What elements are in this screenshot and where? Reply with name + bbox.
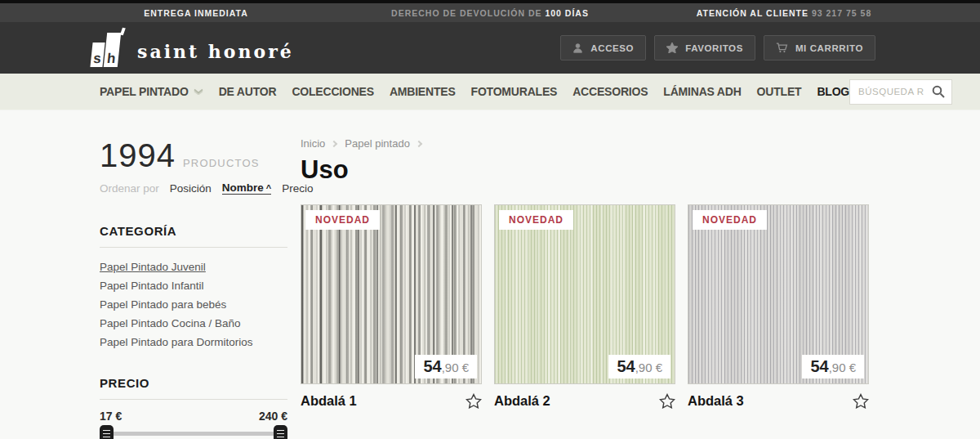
category-item: Papel Pintado Juvenil: [100, 258, 287, 276]
nav-outlet[interactable]: OUTLET: [757, 85, 802, 98]
site-header: s h saint honoré ACCESO FAVORITOS MI CAR…: [0, 22, 980, 74]
nav-blog[interactable]: BLOG: [817, 85, 849, 98]
price-filter-title: PRECIO: [100, 376, 287, 390]
category-divider: [100, 247, 287, 248]
category-link-infantil[interactable]: Papel Pintado Infantil: [100, 280, 204, 292]
favorite-star-icon[interactable]: [853, 393, 869, 409]
sort-option-nombre[interactable]: Nombre^: [222, 181, 271, 195]
favorites-button[interactable]: FAVORITOS: [654, 35, 755, 60]
header-actions: ACCESO FAVORITOS MI CARRRITO: [560, 35, 875, 60]
price-divider: [100, 399, 287, 400]
favorite-star-icon[interactable]: [466, 393, 482, 409]
category-title: CATEGORÍA: [100, 224, 287, 238]
logo-panel-h: h: [104, 33, 121, 67]
topbar-phone-number: 93 217 75 58: [812, 8, 871, 18]
content: 1994 PRODUCTOS Ordenar por Posición Nomb…: [0, 110, 980, 439]
nav-papel-pintado[interactable]: PAPEL PINTADO: [100, 85, 203, 98]
sort-label: Ordenar por: [100, 182, 159, 195]
nav-ambientes[interactable]: AMBIENTES: [390, 85, 456, 98]
price-slider-min-handle[interactable]: [100, 425, 114, 439]
nav-fotomurales[interactable]: FOTOMURALES: [471, 85, 558, 98]
price-tag: 54,90 €: [415, 355, 477, 379]
product-card: NOVEDAD 54,90 € Abdalá 2: [494, 204, 675, 409]
logo-initial-h: h: [106, 52, 116, 65]
breadcrumb-papel-pintado[interactable]: Papel pintado: [345, 137, 410, 150]
topbar-returns: DERECHO DE DEVOLUCIÓN DE 100 DÍAS: [343, 8, 637, 18]
price-slider-max-handle[interactable]: [274, 425, 287, 439]
category-list: Papel Pintado Juvenil Papel Pintado Infa…: [100, 258, 287, 352]
nav-de-autor[interactable]: DE AUTOR: [219, 85, 277, 98]
price-integer: 54: [617, 357, 635, 375]
category-link-bebes[interactable]: Papel Pintado para bebés: [100, 298, 226, 311]
price-slider[interactable]: [100, 425, 287, 439]
price-tag: 54,90 €: [608, 355, 670, 379]
cart-button-label: MI CARRRITO: [795, 43, 863, 53]
topbar-delivery: ENTREGA INMEDIATA: [49, 8, 343, 18]
search-input[interactable]: [858, 87, 932, 96]
novedad-badge: NOVEDAD: [499, 210, 573, 230]
price-slider-track[interactable]: [105, 432, 283, 436]
product-name-link[interactable]: Abdalá 3: [688, 393, 744, 409]
nav-colecciones[interactable]: COLECCIONES: [292, 85, 373, 98]
price-range-labels: 17 € 240 €: [100, 410, 287, 423]
product-image[interactable]: NOVEDAD 54,90 €: [301, 204, 482, 384]
nav-laminas-adh[interactable]: LÁMINAS ADH: [663, 85, 741, 98]
product-grid: NOVEDAD 54,90 € Abdalá 1 NOVEDAD: [301, 204, 980, 409]
sort-option-posicion[interactable]: Posición: [170, 182, 212, 195]
product-name-row: Abdalá 2: [494, 393, 675, 409]
price-integer: 54: [423, 357, 441, 375]
logo[interactable]: s h saint honoré: [91, 29, 294, 67]
product-card: NOVEDAD 54,90 € Abdalá 1: [301, 204, 482, 409]
sort-option-nombre-label: Nombre: [222, 181, 264, 194]
access-button-label: ACCESO: [590, 43, 634, 53]
main-nav: PAPEL PINTADO DE AUTOR COLECCIONES AMBIE…: [0, 74, 980, 110]
category-link-cocina-bano[interactable]: Papel Pintado Cocina / Baño: [100, 317, 241, 329]
product-name-row: Abdalá 1: [301, 393, 482, 409]
sidebar: 1994 PRODUCTOS Ordenar por Posición Nomb…: [100, 137, 287, 439]
category-link-juvenil[interactable]: Papel Pintado Juvenil: [100, 261, 206, 273]
price-integer: 54: [810, 357, 828, 375]
user-icon: [572, 43, 583, 53]
product-count-row: 1994 PRODUCTOS: [100, 137, 287, 174]
logo-icon: s h: [91, 29, 119, 67]
product-name-row: Abdalá 3: [688, 393, 869, 409]
search-box: [849, 79, 952, 105]
favorite-star-icon[interactable]: [659, 393, 675, 409]
product-name-link[interactable]: Abdalá 1: [301, 393, 357, 409]
sort-asc-caret-icon: ^: [266, 183, 271, 193]
price-decimals: ,90 €: [829, 361, 856, 374]
page: ENTREGA INMEDIATA DERECHO DE DEVOLUCIÓN …: [0, 0, 980, 439]
product-image[interactable]: NOVEDAD 54,90 €: [494, 204, 675, 384]
product-image[interactable]: NOVEDAD 54,90 €: [688, 204, 869, 384]
topbar: ENTREGA INMEDIATA DERECHO DE DEVOLUCIÓN …: [0, 0, 980, 22]
main-area: Inicio Papel pintado Uso NOVEDAD 54,90 €…: [301, 137, 980, 439]
price-tag: 54,90 €: [802, 355, 864, 379]
breadcrumb: Inicio Papel pintado: [301, 137, 980, 150]
chevron-right-icon: [416, 140, 422, 146]
category-link-dormitorios[interactable]: Papel Pintado para Dormitorios: [100, 336, 253, 348]
cart-button[interactable]: MI CARRRITO: [764, 35, 875, 60]
novedad-badge: NOVEDAD: [693, 210, 767, 230]
page-title: Uso: [301, 155, 980, 185]
category-item: Papel Pintado Cocina / Baño: [100, 314, 287, 333]
nav-papel-pintado-label: PAPEL PINTADO: [100, 85, 189, 98]
category-item: Papel Pintado para bebés: [100, 295, 287, 314]
sort-row: Ordenar por Posición Nombre^ Precio: [100, 181, 287, 195]
novedad-badge: NOVEDAD: [305, 210, 380, 230]
cart-icon: [776, 43, 788, 53]
price-decimals: ,90 €: [442, 361, 469, 374]
access-button[interactable]: ACCESO: [560, 35, 646, 60]
chevron-down-icon: [194, 88, 203, 95]
category-item: Papel Pintado para Dormitorios: [100, 333, 287, 352]
search-icon[interactable]: [932, 85, 945, 98]
product-name-link[interactable]: Abdalá 2: [494, 393, 550, 409]
chevron-right-icon: [331, 140, 337, 146]
product-count-label: PRODUCTOS: [183, 157, 260, 169]
price-min-label: 17 €: [100, 410, 122, 423]
price-max-label: 240 €: [259, 410, 287, 423]
topbar-customer-service: ATENCIÓN AL CLIENTE 93 217 75 58: [637, 8, 931, 18]
nav-accesorios[interactable]: ACCESORIOS: [572, 85, 648, 98]
breadcrumb-inicio[interactable]: Inicio: [301, 137, 325, 150]
product-count: 1994: [100, 137, 176, 174]
topbar-returns-days: 100 DÍAS: [545, 8, 589, 18]
